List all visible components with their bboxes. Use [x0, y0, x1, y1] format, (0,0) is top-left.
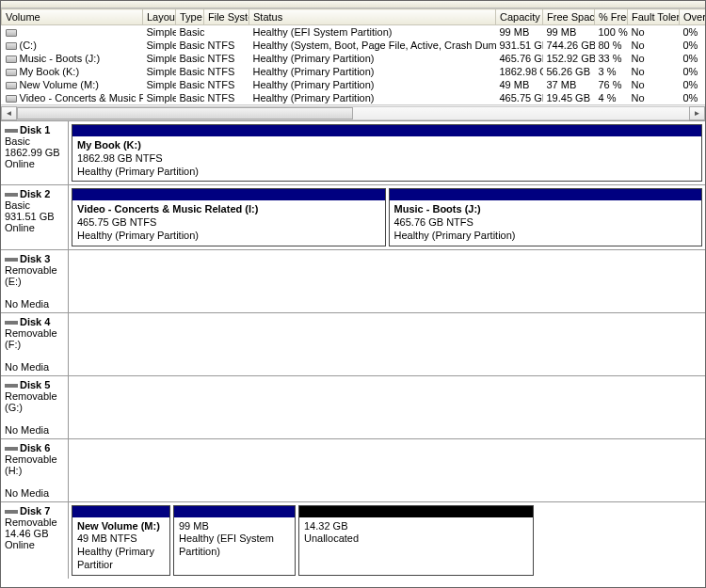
partition-body: New Volume (M:)49 MB NTFSHealthy (Primar…	[72, 517, 169, 575]
volume-row[interactable]: Video - Concerts & Music Related (I:)Sim…	[2, 91, 707, 104]
disk-info: Disk 3Removable (E:)No Media	[1, 250, 69, 312]
column-header[interactable]: Status	[249, 9, 496, 25]
column-header[interactable]: Overhead	[680, 9, 707, 25]
partition-body: My Book (K:)1862.98 GB NTFSHealthy (Prim…	[72, 136, 701, 181]
partition[interactable]: 99 MBHealthy (EFI System Partition)	[173, 505, 296, 576]
partition-body: 99 MBHealthy (EFI System Partition)	[174, 517, 295, 562]
volume-row[interactable]: SimpleBasicHealthy (EFI System Partition…	[2, 25, 707, 40]
disk-layout: My Book (K:)1862.98 GB NTFSHealthy (Prim…	[69, 121, 705, 184]
disk-info: Disk 2Basic931.51 GBOnline	[1, 185, 69, 248]
partition-header	[390, 189, 702, 200]
partition-header	[174, 506, 295, 517]
horizontal-scrollbar[interactable]: ◄ ►	[1, 104, 705, 120]
volume-row[interactable]: Music - Boots (J:)SimpleBasicNTFSHealthy…	[2, 52, 707, 65]
disk-row[interactable]: Disk 3Removable (E:)No Media	[1, 250, 705, 313]
window-toolbar	[1, 1, 705, 8]
disk-row[interactable]: Disk 7Removable14.46 GBOnlineNew Volume …	[1, 502, 705, 580]
disk-icon	[5, 321, 18, 325]
volume-table[interactable]: VolumeLayoutTypeFile SystemStatusCapacit…	[1, 8, 706, 104]
disk-graphical-pane: Disk 1Basic1862.99 GBOnlineMy Book (K:)1…	[1, 120, 705, 579]
partition-header	[72, 506, 169, 517]
disk-layout: Video - Concerts & Music Related (I:)465…	[69, 185, 705, 248]
disk-icon	[5, 129, 18, 133]
disk-info: Disk 5Removable (G:)No Media	[1, 376, 69, 438]
volume-name	[2, 25, 143, 40]
disk-layout: New Volume (M:)49 MB NTFSHealthy (Primar…	[69, 502, 705, 579]
column-header[interactable]: Volume	[2, 9, 143, 25]
drive-icon	[6, 69, 17, 76]
volume-name: My Book (K:)	[2, 65, 143, 78]
disk-info: Disk 6Removable (H:)No Media	[1, 439, 69, 501]
scroll-thumb[interactable]	[17, 107, 353, 119]
disk-layout	[69, 376, 705, 438]
drive-icon	[6, 82, 17, 89]
disk-layout	[69, 439, 705, 501]
disk-icon	[5, 447, 18, 451]
partition[interactable]: Music - Boots (J:)465.76 GB NTFSHealthy …	[389, 188, 703, 246]
volume-row[interactable]: My Book (K:)SimpleBasicNTFSHealthy (Prim…	[2, 65, 707, 78]
column-header[interactable]: Layout	[143, 9, 176, 25]
column-header[interactable]: Fault Tolerance	[628, 9, 680, 25]
partition-header	[72, 189, 385, 200]
disk-row[interactable]: Disk 4Removable (F:)No Media	[1, 313, 705, 376]
disk-row[interactable]: Disk 1Basic1862.99 GBOnlineMy Book (K:)1…	[1, 121, 705, 185]
disk-row[interactable]: Disk 5Removable (G:)No Media	[1, 376, 705, 439]
volume-name: Video - Concerts & Music Related (I:)	[2, 91, 143, 104]
disk-info: Disk 1Basic1862.99 GBOnline	[1, 121, 69, 184]
drive-icon	[6, 95, 17, 103]
column-header[interactable]: Free Space	[543, 9, 595, 25]
partition[interactable]: 14.32 GBUnallocated	[298, 505, 534, 576]
column-header[interactable]: Type	[176, 9, 204, 25]
column-header[interactable]: % Free	[595, 9, 628, 25]
disk-info: Disk 7Removable14.46 GBOnline	[1, 502, 69, 579]
scroll-right-button[interactable]: ►	[689, 106, 705, 120]
partition-body: Music - Boots (J:)465.76 GB NTFSHealthy …	[390, 200, 702, 245]
drive-icon	[6, 56, 17, 63]
disk-layout	[69, 313, 705, 375]
disk-icon	[5, 384, 18, 388]
partition-body: Video - Concerts & Music Related (I:)465…	[72, 200, 385, 245]
partition[interactable]: New Volume (M:)49 MB NTFSHealthy (Primar…	[72, 505, 170, 576]
volume-row[interactable]: (C:)SimpleBasicNTFSHealthy (System, Boot…	[2, 39, 707, 52]
disk-icon	[5, 258, 18, 262]
column-header[interactable]: Capacity	[496, 9, 543, 25]
partition-header	[299, 506, 533, 517]
volume-name: Music - Boots (J:)	[2, 52, 143, 65]
partition[interactable]: My Book (K:)1862.98 GB NTFSHealthy (Prim…	[72, 124, 702, 182]
partition-body: 14.32 GBUnallocated	[299, 517, 533, 549]
disk-info: Disk 4Removable (F:)No Media	[1, 313, 69, 375]
disk-layout	[69, 250, 705, 312]
partition-header	[72, 125, 701, 136]
volume-row[interactable]: New Volume (M:)SimpleBasicNTFSHealthy (P…	[2, 78, 707, 91]
column-header[interactable]: File System	[204, 9, 249, 25]
disk-row[interactable]: Disk 6Removable (H:)No Media	[1, 439, 705, 502]
disk-icon	[5, 193, 18, 197]
disk-row[interactable]: Disk 2Basic931.51 GBOnlineVideo - Concer…	[1, 185, 705, 249]
volume-name: (C:)	[2, 39, 143, 52]
partition[interactable]: Video - Concerts & Music Related (I:)465…	[72, 188, 386, 246]
drive-icon	[6, 42, 17, 50]
scroll-track[interactable]	[17, 106, 689, 120]
disk-icon	[5, 510, 18, 514]
drive-icon	[6, 29, 17, 37]
scroll-left-button[interactable]: ◄	[1, 106, 17, 120]
volume-name: New Volume (M:)	[2, 78, 143, 91]
